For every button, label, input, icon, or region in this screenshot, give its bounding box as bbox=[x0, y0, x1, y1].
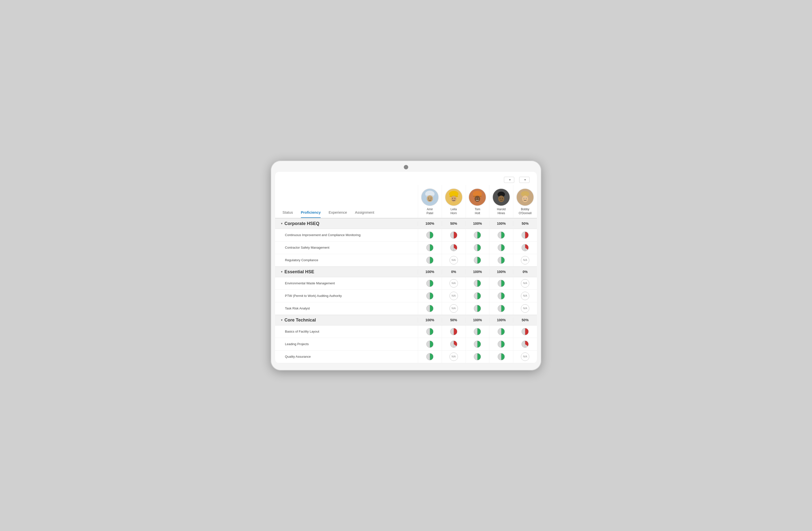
person-col-tom: TomHolt bbox=[466, 185, 489, 218]
na-badge: N/A bbox=[450, 292, 458, 300]
header-controls: ▼ ▼ bbox=[504, 177, 530, 183]
skill-cell-2 bbox=[466, 254, 489, 267]
na-badge: N/A bbox=[521, 304, 529, 313]
na-badge: N/A bbox=[521, 256, 529, 264]
group-header-essential-hse: ▾Essential HSE100%0%100%100%0% bbox=[275, 267, 537, 277]
group-pct-4: 50% bbox=[513, 221, 537, 226]
svg-point-27 bbox=[522, 196, 528, 202]
header: ▼ ▼ bbox=[275, 172, 537, 183]
skill-cell-2 bbox=[466, 290, 489, 302]
group-pct-2: 100% bbox=[466, 221, 489, 226]
skill-cell-4: N/A bbox=[513, 277, 537, 289]
skill-cell-0 bbox=[418, 338, 442, 350]
person-col-leila: LeilaHorn bbox=[442, 185, 466, 218]
svg-point-4 bbox=[429, 198, 429, 199]
avatar-leila bbox=[445, 188, 463, 206]
skill-cell-4 bbox=[513, 326, 537, 338]
avatar-bobby bbox=[516, 188, 534, 206]
group-pct-1: 0% bbox=[442, 269, 466, 274]
group-collapse-icon[interactable]: ▾ bbox=[281, 318, 282, 322]
tab-assignment[interactable]: Assignment bbox=[355, 210, 374, 218]
skill-row: PTW (Permit to Work) Auditing AuthorityN… bbox=[275, 290, 537, 302]
skill-cell-2 bbox=[466, 277, 489, 289]
group-collapse-icon[interactable]: ▾ bbox=[281, 270, 282, 273]
group-label-cell: ▾Core Technical bbox=[275, 318, 418, 323]
skill-cell-1 bbox=[442, 338, 466, 350]
skill-cell-3 bbox=[489, 350, 513, 363]
group-label-cell: ▾Corporate HSEQ bbox=[275, 221, 418, 226]
skill-cell-3 bbox=[489, 277, 513, 289]
svg-point-11 bbox=[454, 198, 455, 199]
skill-cell-0 bbox=[418, 229, 442, 241]
skill-cell-2 bbox=[466, 229, 489, 241]
device-notch bbox=[404, 165, 408, 169]
skill-name: Quality Assurance bbox=[275, 352, 418, 361]
na-badge: N/A bbox=[450, 279, 458, 288]
person-name-tom: TomHolt bbox=[475, 207, 480, 215]
group-pct-0: 100% bbox=[418, 318, 442, 323]
saved-searches-dropdown[interactable]: ▼ bbox=[504, 177, 514, 183]
group-pct-4: 50% bbox=[513, 318, 537, 323]
svg-point-5 bbox=[431, 198, 431, 199]
skill-cells: N/AN/A bbox=[418, 350, 537, 363]
group-pct-1: 50% bbox=[442, 318, 466, 323]
skill-cell-1 bbox=[442, 242, 466, 254]
tab-proficiency[interactable]: Proficiency bbox=[301, 210, 321, 218]
skill-cell-3 bbox=[489, 242, 513, 254]
svg-point-3 bbox=[427, 196, 433, 202]
tab-experience[interactable]: Experience bbox=[329, 210, 347, 218]
group-collapse-icon[interactable]: ▾ bbox=[281, 222, 282, 225]
avatar-harold bbox=[492, 188, 510, 206]
avatar-tom bbox=[468, 188, 486, 206]
skill-cell-1: N/A bbox=[442, 277, 466, 289]
group-pct-3: 100% bbox=[489, 269, 513, 274]
svg-point-28 bbox=[524, 198, 524, 199]
group-pcts: 100%50%100%100%50% bbox=[418, 318, 537, 323]
skill-cell-4: N/A bbox=[513, 302, 537, 315]
skill-cell-3 bbox=[489, 290, 513, 302]
na-badge: N/A bbox=[450, 256, 458, 264]
skill-name: Basics of Facility Layout bbox=[275, 327, 418, 336]
person-col-bobby: BobbyO'Donnell bbox=[513, 185, 537, 218]
person-col-harold: HaroldHines bbox=[489, 185, 513, 218]
skill-cell-2 bbox=[466, 326, 489, 338]
svg-point-22 bbox=[498, 196, 504, 202]
skill-cell-4: N/A bbox=[513, 350, 537, 363]
skill-cell-1 bbox=[442, 229, 466, 241]
skill-cells bbox=[418, 338, 537, 350]
saved-searches-arrow-icon: ▼ bbox=[509, 178, 511, 181]
person-name-amir: AmirPatel bbox=[426, 207, 433, 215]
skill-cell-0 bbox=[418, 302, 442, 315]
group-pct-4: 0% bbox=[513, 269, 537, 274]
skill-row: Task Risk AnalystN/AN/A bbox=[275, 302, 537, 315]
skill-cell-2 bbox=[466, 302, 489, 315]
skill-cells: N/AN/A bbox=[418, 254, 537, 267]
skill-name: Contractor Safety Management bbox=[275, 243, 418, 252]
svg-point-23 bbox=[500, 198, 501, 199]
svg-point-9 bbox=[451, 196, 456, 202]
skill-name: Task Risk Analyst bbox=[275, 303, 418, 313]
skill-cell-3 bbox=[489, 254, 513, 267]
tab-status[interactable]: Status bbox=[282, 210, 293, 218]
skill-row: Regulatory ComplianceN/AN/A bbox=[275, 254, 537, 267]
skill-row: Basics of Facility Layout bbox=[275, 326, 537, 338]
skill-name: Regulatory Compliance bbox=[275, 255, 418, 265]
person-name-harold: HaroldHines bbox=[497, 207, 506, 215]
skill-cell-3 bbox=[489, 338, 513, 350]
group-pct-1: 50% bbox=[442, 221, 466, 226]
skill-cells bbox=[418, 229, 537, 241]
skill-cell-0 bbox=[418, 242, 442, 254]
skill-row: Environmental Waste ManagementN/AN/A bbox=[275, 277, 537, 290]
group-pct-3: 100% bbox=[489, 318, 513, 323]
svg-point-29 bbox=[526, 198, 526, 199]
skill-name: PTW (Permit to Work) Auditing Authority bbox=[275, 291, 418, 301]
skill-cells bbox=[418, 242, 537, 254]
na-badge: N/A bbox=[521, 279, 529, 288]
skill-cell-1: N/A bbox=[442, 254, 466, 267]
skill-row: Contractor Safety Management bbox=[275, 242, 537, 254]
direct-reports-dropdown[interactable]: ▼ bbox=[519, 177, 530, 183]
skill-cell-0 bbox=[418, 290, 442, 302]
skill-cell-2 bbox=[466, 338, 489, 350]
person-col-amir: AmirPatel bbox=[418, 185, 442, 218]
group-pct-2: 100% bbox=[466, 318, 489, 323]
